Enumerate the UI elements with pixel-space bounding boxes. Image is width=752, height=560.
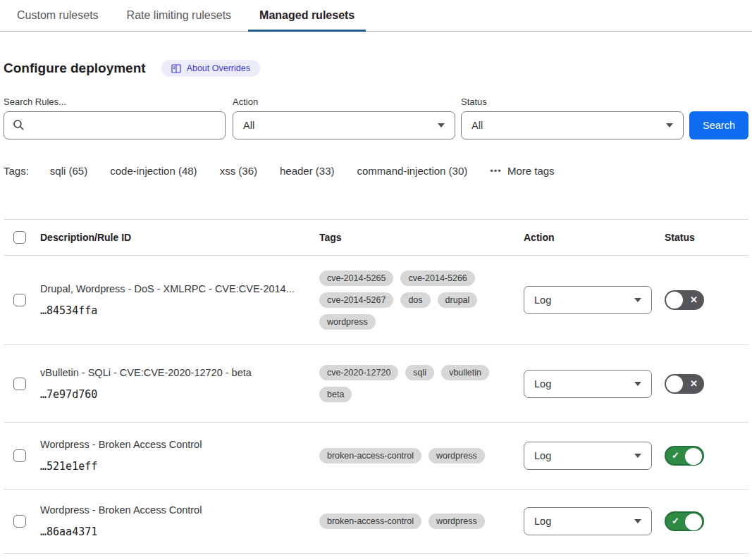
rule-action-value: Log: [534, 450, 551, 461]
rule-id: …7e97d760: [40, 388, 312, 401]
rule-status-toggle[interactable]: ✓ ✕: [665, 290, 704, 310]
tags-bar: Tags: sqli (65) code-injection (48) xss …: [4, 165, 748, 177]
chevron-down-icon: [634, 519, 641, 523]
header-description: Description/Rule ID: [35, 232, 319, 243]
tag-pill: wordpress: [319, 314, 376, 330]
ellipsis-icon: •••: [490, 166, 502, 176]
table-header-row: Description/Rule ID Tags Action Status: [4, 220, 748, 256]
ruleset-tabs: Custom rulesets Rate limiting rulesets M…: [0, 0, 752, 32]
rule-action-value: Log: [534, 516, 551, 527]
rule-status-toggle[interactable]: ✓ ✕: [665, 511, 704, 531]
header-action: Action: [524, 232, 665, 243]
rule-title: Wordpress - Broken Access Control: [40, 439, 312, 450]
table-row: vBulletin - SQLi - CVE:CVE-2020-12720 - …: [4, 345, 748, 423]
status-field-group: Status All: [461, 97, 684, 139]
chevron-down-icon: [634, 382, 641, 386]
rule-tags: broken-access-control wordpress: [319, 514, 524, 529]
tab-custom-rulesets[interactable]: Custom rulesets: [6, 0, 110, 31]
tag-pill: broken-access-control: [319, 514, 421, 529]
tab-rate-limiting-rulesets[interactable]: Rate limiting rulesets: [116, 0, 243, 31]
more-tags-label: More tags: [507, 165, 555, 177]
check-icon: ✓: [672, 516, 679, 525]
page-header: Configure deployment About Overrides: [4, 60, 748, 77]
rule-tags: broken-access-control wordpress: [319, 448, 524, 463]
tag-pill: cve-2020-12720: [319, 365, 398, 380]
tag-filter-command-injection[interactable]: command-injection (30): [357, 165, 468, 177]
search-field-label: Search Rules...: [4, 97, 226, 107]
rule-tags: cve-2020-12720 sqli vbulletin beta: [319, 365, 524, 402]
action-field-label: Action: [233, 97, 455, 107]
toggle-knob: [685, 448, 702, 465]
row-checkbox[interactable]: [13, 449, 26, 462]
rule-title: Drupal, Wordpress - DoS - XMLRPC - CVE:C…: [40, 283, 312, 294]
tag-pill: cve-2014-5266: [400, 270, 474, 286]
rule-action-value: Log: [534, 294, 551, 306]
status-field-label: Status: [461, 97, 684, 107]
tag-filter-header[interactable]: header (33): [280, 165, 335, 177]
rule-action-value: Log: [534, 378, 551, 390]
filter-bar: Search Rules... Action All Status: [4, 97, 748, 139]
status-filter-select[interactable]: All: [461, 111, 684, 139]
toggle-knob: [685, 514, 702, 530]
tag-pill: wordpress: [429, 448, 485, 463]
action-filter-value: All: [243, 120, 254, 131]
select-all-checkbox[interactable]: [13, 231, 26, 244]
tags-bar-label: Tags:: [4, 165, 29, 177]
tag-pill: cve-2014-5265: [319, 270, 393, 286]
tag-pill: wordpress: [429, 514, 485, 529]
search-rules-input[interactable]: [4, 111, 226, 139]
tag-pill: dos: [400, 292, 430, 308]
rule-action-select[interactable]: Log: [524, 286, 652, 314]
search-icon: [13, 119, 25, 133]
page-title: Configure deployment: [4, 61, 146, 76]
chevron-down-icon: [438, 123, 445, 127]
table-row: Wordpress - Broken Access Control …86aa4…: [4, 490, 748, 554]
search-field-group: Search Rules...: [4, 97, 226, 139]
tag-pill: drupal: [438, 292, 478, 308]
header-tags: Tags: [319, 232, 524, 243]
header-status: Status: [665, 232, 748, 243]
table-row: Drupal, Wordpress - DoS - XMLRPC - CVE:C…: [4, 256, 748, 345]
rule-action-select[interactable]: Log: [524, 442, 652, 470]
row-checkbox[interactable]: [13, 378, 26, 390]
tag-filter-sqli[interactable]: sqli (65): [50, 165, 87, 177]
tag-filter-code-injection[interactable]: code-injection (48): [110, 165, 197, 177]
rule-title: vBulletin - SQLi - CVE:CVE-2020-12720 - …: [40, 367, 312, 378]
action-filter-select[interactable]: All: [233, 111, 455, 139]
search-button[interactable]: Search: [689, 111, 748, 139]
status-filter-value: All: [471, 120, 483, 131]
table-row: Wordpress - Broken Access Control …521e1…: [4, 423, 748, 490]
tag-pill: beta: [319, 387, 352, 402]
action-field-group: Action All: [233, 97, 455, 139]
toggle-knob: [666, 292, 683, 309]
rule-status-toggle[interactable]: ✓ ✕: [665, 446, 704, 466]
rules-table: Description/Rule ID Tags Action Status D…: [4, 219, 748, 554]
rule-tags: cve-2014-5265 cve-2014-5266 cve-2014-526…: [319, 270, 524, 330]
row-checkbox[interactable]: [13, 294, 26, 306]
more-tags-button[interactable]: ••• More tags: [490, 165, 554, 177]
about-overrides-badge[interactable]: About Overrides: [161, 60, 260, 77]
rule-id: …86aa4371: [40, 525, 312, 538]
tab-managed-rulesets[interactable]: Managed rulesets: [248, 0, 366, 31]
toggle-knob: [666, 375, 683, 392]
tag-filter-xss[interactable]: xss (36): [220, 165, 257, 177]
chevron-down-icon: [666, 123, 673, 127]
tag-pill: sqli: [405, 365, 434, 380]
x-icon: ✕: [690, 379, 698, 388]
rule-action-select[interactable]: Log: [524, 370, 652, 398]
book-icon: [171, 64, 181, 73]
rule-action-select[interactable]: Log: [524, 507, 652, 535]
about-overrides-label: About Overrides: [187, 63, 250, 73]
rule-title: Wordpress - Broken Access Control: [40, 504, 312, 516]
chevron-down-icon: [634, 454, 641, 458]
check-icon: ✓: [672, 451, 679, 460]
row-checkbox[interactable]: [13, 515, 26, 528]
chevron-down-icon: [634, 298, 641, 302]
rule-status-toggle[interactable]: ✓ ✕: [665, 374, 704, 394]
x-icon: ✕: [690, 295, 698, 304]
tag-pill: vbulletin: [441, 365, 489, 380]
rule-id: …521e1eff: [40, 460, 312, 473]
tag-pill: cve-2014-5267: [319, 292, 393, 308]
rule-id: …84534ffa: [40, 304, 312, 317]
tag-pill: broken-access-control: [319, 448, 421, 463]
